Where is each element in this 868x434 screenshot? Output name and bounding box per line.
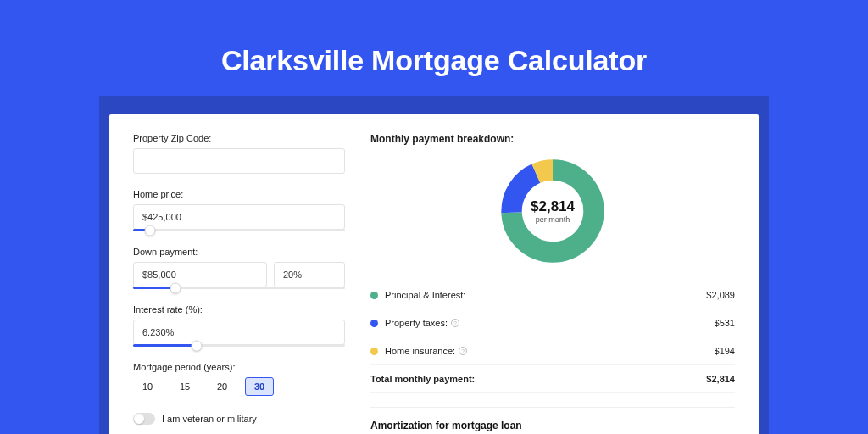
slider-thumb[interactable] [145,225,156,236]
donut-center-sub: per month [536,215,570,224]
interest-field: Interest rate (%): [133,304,345,347]
amortization-section: Amortization for mortgage loan Amortizat… [370,407,735,434]
period-options: 10 15 20 30 [133,377,345,396]
calculator-panel: Property Zip Code: Home price: Down paym… [109,114,759,434]
home-price-field: Home price: [133,189,345,231]
down-payment-pct-input[interactable] [274,262,345,287]
legend-label: Principal & Interest: [385,290,706,300]
legend-dot [370,348,378,355]
slider-thumb[interactable] [192,340,203,351]
legend-dot [370,320,378,327]
legend-row-principal: Principal & Interest: $2,089 [370,281,735,309]
legend-value: $531 [715,318,735,328]
legend-label: Home insurance:? [385,346,715,356]
home-price-slider[interactable] [133,229,345,231]
period-option-15[interactable]: 15 [170,377,199,396]
donut-chart: $2,814 per month [498,157,607,265]
period-field: Mortgage period (years): 10 15 20 30 [133,362,345,396]
period-label: Mortgage period (years): [133,362,345,372]
page-title: Clarksville Mortgage Calculator [221,44,647,77]
info-icon[interactable]: ? [451,319,459,327]
veteran-toggle[interactable] [133,413,155,425]
interest-slider[interactable] [133,344,345,347]
breakdown-title: Monthly payment breakdown: [370,133,735,145]
legend-row-taxes: Property taxes:? $531 [370,309,735,337]
slider-fill [133,287,175,289]
period-option-30[interactable]: 30 [245,377,274,396]
down-payment-label: Down payment: [133,247,345,257]
down-payment-field: Down payment: [133,247,345,289]
veteran-toggle-row: I am veteran or military [133,413,345,425]
donut-chart-wrap: $2,814 per month [370,157,735,265]
legend-total-label: Total monthly payment: [370,374,706,384]
period-option-10[interactable]: 10 [133,377,162,396]
slider-thumb[interactable] [170,282,181,293]
interest-label: Interest rate (%): [133,304,345,314]
zip-field: Property Zip Code: [133,133,345,174]
home-price-label: Home price: [133,189,345,199]
interest-input[interactable] [133,320,345,345]
down-payment-amount-input[interactable] [133,262,267,287]
donut-center: $2,814 per month [498,157,607,265]
legend-total-value: $2,814 [706,374,735,384]
legend-value: $194 [715,346,735,356]
legend-label: Property taxes:? [385,318,715,328]
form-column: Property Zip Code: Home price: Down paym… [133,133,345,434]
calculator-outer: Property Zip Code: Home price: Down paym… [99,96,769,434]
legend-row-total: Total monthly payment: $2,814 [370,365,735,393]
amortization-title: Amortization for mortgage loan [370,420,735,431]
slider-fill [133,344,197,347]
donut-center-value: $2,814 [531,198,575,215]
info-icon[interactable]: ? [459,347,467,355]
breakdown-column: Monthly payment breakdown: $2,814 per mo… [370,133,735,434]
veteran-label: I am veteran or military [162,414,257,424]
legend-dot [370,292,378,299]
page-background: Clarksville Mortgage Calculator Property… [0,0,868,434]
legend-row-insurance: Home insurance:? $194 [370,337,735,365]
zip-label: Property Zip Code: [133,133,345,143]
zip-input[interactable] [133,148,345,174]
period-option-20[interactable]: 20 [208,377,236,396]
home-price-input[interactable] [133,204,345,230]
legend: Principal & Interest: $2,089 Property ta… [370,281,735,393]
down-payment-slider[interactable] [133,287,345,289]
legend-value: $2,089 [706,290,735,300]
